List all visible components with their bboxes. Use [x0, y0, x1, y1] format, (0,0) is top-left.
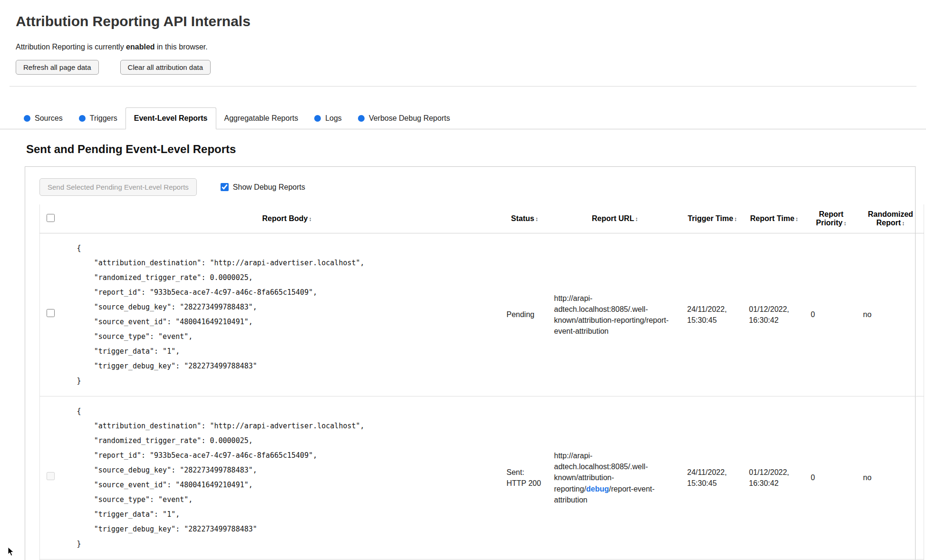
column-header-trigger-time[interactable]: Trigger Time↕: [682, 204, 743, 233]
report-body: { "attribution_destination": "http://ara…: [77, 404, 497, 551]
event-level-reports-table: Report Body↕ Status↕ Report URL↕ Trigger…: [39, 204, 924, 560]
column-label: Report Body: [262, 214, 308, 222]
column-header-report-body[interactable]: Report Body↕: [73, 204, 501, 233]
sort-icon: ↕: [902, 220, 905, 227]
report-time: 01/12/2022, 16:30:42: [743, 396, 805, 560]
show-debug-toggle[interactable]: Show Debug Reports: [221, 183, 305, 192]
tab-aggregatable-reports[interactable]: Aggregatable Reports: [216, 108, 307, 129]
mouse-cursor-icon: [8, 547, 15, 557]
tab-verbose-debug-reports[interactable]: Verbose Debug Reports: [350, 108, 458, 129]
tab-label: Verbose Debug Reports: [369, 114, 450, 123]
column-label: Status: [511, 214, 534, 222]
column-header-report-priority[interactable]: Report Priority↕: [805, 204, 858, 233]
report-status: Pending: [501, 233, 549, 396]
column-label: Trigger Time: [688, 214, 733, 222]
new-data-dot-icon: [24, 115, 30, 122]
report-body-cell: { "attribution_destination": "http://ara…: [73, 233, 501, 396]
column-label: Report Priority: [816, 210, 843, 227]
page-title: Attribution Reporting API Internals: [16, 13, 910, 29]
tab-label: Sources: [35, 114, 63, 123]
new-data-dot-icon: [79, 115, 86, 122]
toolbar: Refresh all page data Clear all attribut…: [16, 60, 910, 75]
tab-panel-event-level-reports: Sent and Pending Event-Level Reports Sen…: [0, 143, 926, 560]
report-row-checkbox[interactable]: [47, 309, 55, 317]
sort-icon: ↕: [844, 220, 847, 227]
row-checkbox-cell: [40, 396, 73, 560]
show-debug-checkbox[interactable]: [221, 183, 229, 191]
sort-icon: ↕: [635, 216, 638, 222]
randomized-report: no: [858, 396, 924, 560]
status-enabled: enabled: [126, 43, 154, 51]
divider: [10, 86, 916, 87]
sort-icon: ↕: [309, 216, 312, 222]
column-header-report-url[interactable]: Report URL↕: [549, 204, 682, 233]
trigger-time: 24/11/2022, 15:30:45: [682, 396, 743, 560]
sort-icon: ↕: [795, 216, 798, 222]
select-all-cell: [40, 204, 73, 233]
tab-triggers[interactable]: Triggers: [71, 108, 125, 129]
sort-icon: ↕: [535, 216, 538, 222]
debug-url-highlight: debug: [586, 485, 609, 493]
status-prefix: Attribution Reporting is currently: [16, 43, 126, 51]
reports-panel: Send Selected Pending Event-Level Report…: [25, 166, 916, 560]
report-body: { "attribution_destination": "http://ara…: [77, 241, 497, 388]
show-debug-label: Show Debug Reports: [233, 183, 305, 192]
report-url-text: http://arapi-adtech.localhost:8085/.well…: [554, 294, 669, 336]
send-selected-button[interactable]: Send Selected Pending Event-Level Report…: [39, 178, 197, 196]
column-header-status[interactable]: Status↕: [501, 204, 549, 233]
column-header-report-time[interactable]: Report Time↕: [743, 204, 805, 233]
tab-label: Triggers: [90, 114, 117, 123]
report-status: Sent: HTTP 200: [501, 396, 549, 560]
tab-event-level-reports[interactable]: Event-Level Reports: [125, 107, 216, 129]
new-data-dot-icon: [358, 115, 365, 122]
report-priority: 0: [805, 233, 858, 396]
tab-label: Aggregatable Reports: [224, 114, 299, 123]
trigger-time: 24/11/2022, 15:30:45: [682, 233, 743, 396]
report-priority: 0: [805, 396, 858, 560]
tab-bar: Sources Triggers Event-Level Reports Agg…: [0, 107, 926, 129]
status-suffix: in this browser.: [155, 43, 208, 51]
report-body-cell: { "attribution_destination": "http://ara…: [73, 396, 501, 560]
report-time: 01/12/2022, 16:30:42: [743, 233, 805, 396]
new-data-dot-icon: [314, 115, 321, 122]
tab-sources[interactable]: Sources: [16, 108, 71, 129]
section-heading: Sent and Pending Event-Level Reports: [26, 143, 916, 156]
randomized-report: no: [858, 233, 924, 396]
tab-label: Event-Level Reports: [134, 114, 208, 123]
row-checkbox-cell: [40, 233, 73, 396]
column-label: Report URL: [592, 214, 634, 222]
column-header-randomized-report[interactable]: Randomized Report↕: [858, 204, 924, 233]
report-row-sent: { "attribution_destination": "http://ara…: [40, 396, 924, 560]
select-all-checkbox[interactable]: [47, 214, 55, 222]
panel-controls: Send Selected Pending Event-Level Report…: [39, 178, 901, 196]
tab-label: Logs: [325, 114, 342, 123]
report-url: http://arapi-adtech.localhost:8085/.well…: [549, 233, 682, 396]
tab-logs[interactable]: Logs: [306, 108, 350, 129]
status-text: Attribution Reporting is currently enabl…: [16, 43, 910, 51]
attribution-internals-page: Attribution Reporting API Internals Attr…: [0, 0, 926, 560]
column-label: Report Time: [750, 214, 794, 222]
table-header-row: Report Body↕ Status↕ Report URL↕ Trigger…: [40, 204, 924, 233]
refresh-all-button[interactable]: Refresh all page data: [16, 60, 99, 75]
sort-icon: ↕: [734, 216, 737, 222]
report-row-checkbox: [47, 472, 55, 480]
report-row-pending: { "attribution_destination": "http://ara…: [40, 233, 924, 396]
clear-all-button[interactable]: Clear all attribution data: [120, 60, 211, 75]
column-label: Randomized Report: [868, 210, 913, 227]
report-url: http://arapi-adtech.localhost:8085/.well…: [549, 396, 682, 560]
